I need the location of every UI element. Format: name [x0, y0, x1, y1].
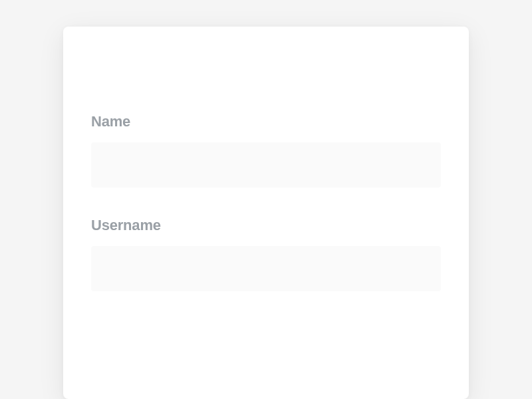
form-card: Name Username	[63, 27, 469, 399]
name-field-group: Name	[91, 113, 441, 188]
username-input[interactable]	[91, 246, 441, 291]
name-label: Name	[91, 113, 441, 130]
username-field-group: Username	[91, 217, 441, 291]
username-label: Username	[91, 217, 441, 234]
name-input[interactable]	[91, 142, 441, 188]
